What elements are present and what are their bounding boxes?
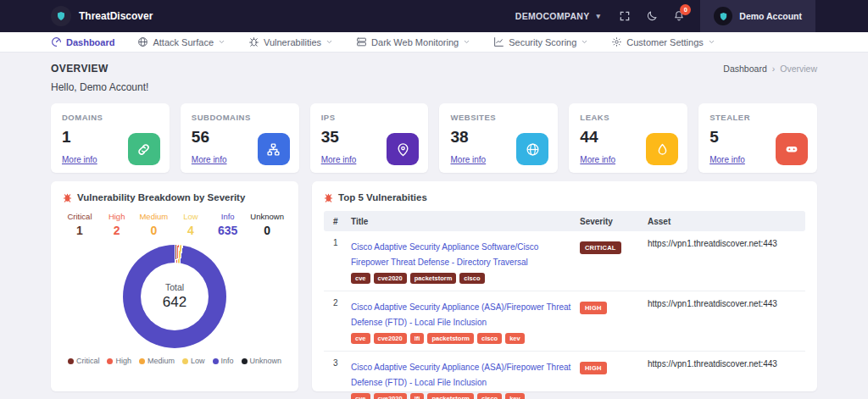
tag-badge: cisco: [459, 273, 484, 284]
severity-badge: HIGH: [580, 362, 607, 374]
severity-donut-chart[interactable]: Total 642: [123, 245, 226, 348]
account-name: Demo Account: [739, 11, 802, 21]
row-title-cell: Cisco Adaptive Security Appliance (ASA)/…: [351, 358, 580, 399]
tag-badge: cve: [351, 273, 370, 284]
stat-cards-row: DOMAINS 1 More info SUBDOMAINS 56 More i…: [51, 103, 817, 173]
nav-label: Vulnerabilities: [264, 37, 321, 47]
severity-stat-label: Medium: [139, 212, 168, 221]
tag-badge: cisco: [477, 333, 502, 344]
table-row: 1Cisco Adaptive Security Appliance Softw…: [324, 231, 805, 291]
tag-badge: lfi: [410, 393, 425, 399]
server-icon: [356, 36, 367, 47]
app-logo-icon: [51, 6, 71, 26]
donut-total-label: Total: [165, 282, 184, 292]
nav-item-security-scoring[interactable]: Security Scoring: [493, 36, 588, 47]
notifications-bell-icon[interactable]: 0: [673, 10, 685, 22]
legend-item-medium[interactable]: Medium: [139, 357, 175, 365]
chevron-down-icon: [218, 38, 225, 46]
legend-item-info[interactable]: Info: [213, 357, 234, 365]
severity-stat-value: 2: [103, 224, 131, 237]
row-number: 3: [324, 358, 351, 368]
more-info-link[interactable]: More info: [192, 155, 227, 164]
nav-label: Security Scoring: [509, 37, 576, 47]
severity-stat-value: 0: [139, 224, 168, 237]
row-number: 2: [324, 298, 351, 308]
tag-list: cvecve2020lfipacketstormciscokev: [351, 393, 571, 399]
tag-badge: kev: [505, 333, 525, 344]
donut-total-value: 642: [163, 294, 186, 311]
stat-card-label: IPS: [321, 113, 418, 122]
avatar: [714, 7, 732, 25]
table-header: # Title Severity Asset: [324, 211, 805, 231]
chevron-down-icon: [326, 38, 333, 46]
panel-title: Top 5 Vulnerabities: [338, 192, 427, 202]
column-header-num: #: [324, 217, 351, 226]
row-severity-cell: HIGH: [580, 358, 648, 374]
topbar-actions: DEMOCOMPANY ▾ 0 Demo Account: [515, 0, 815, 32]
vulnerability-title-link[interactable]: Cisco Adaptive Security Appliance (ASA)/…: [351, 363, 570, 387]
vulnerability-title-link[interactable]: Cisco Adaptive Security Appliance Softwa…: [351, 242, 538, 267]
legend-label: Info: [221, 357, 234, 365]
row-number: 1: [324, 238, 351, 247]
severity-stat-label: High: [103, 212, 131, 221]
nav-label: Attack Surface: [153, 37, 214, 47]
brand-area[interactable]: ThreatDiscover: [51, 6, 153, 26]
donut-center: Total 642: [141, 263, 209, 330]
breadcrumb-dashboard[interactable]: Dashboard: [723, 64, 766, 74]
tag-badge: cve2020: [374, 333, 407, 344]
row-asset: https://vpn1.threatdiscover.net:443: [648, 238, 805, 248]
nav-item-dark-web-monitoring[interactable]: Dark Web Monitoring: [356, 36, 470, 47]
severity-stat-value: 0: [250, 224, 284, 237]
droplet-icon: [646, 133, 678, 165]
stat-card-stealer: STEALER 5 More info: [698, 103, 817, 173]
severity-stat-value: 4: [176, 224, 205, 237]
tag-badge: cisco: [477, 393, 502, 399]
more-info-link[interactable]: More info: [450, 155, 486, 164]
more-info-link[interactable]: More info: [62, 155, 97, 164]
vulnerability-title-link[interactable]: Cisco Adaptive Security Appliance (ASA)/…: [351, 302, 570, 327]
notification-badge: 0: [680, 4, 691, 15]
account-menu[interactable]: Demo Account: [700, 0, 815, 32]
severity-stat-label: Low: [176, 212, 205, 221]
fullscreen-icon[interactable]: [619, 10, 631, 22]
link-icon: [128, 133, 160, 165]
nav-item-vulnerabilities[interactable]: Vulnerabilities: [248, 36, 333, 47]
more-info-link[interactable]: More info: [709, 155, 745, 164]
legend-item-low[interactable]: Low: [182, 357, 205, 365]
severity-badge: CRITICAL: [580, 241, 621, 254]
chart-line-icon: [493, 36, 504, 47]
globe-icon: [137, 36, 148, 47]
nav-item-dashboard[interactable]: Dashboard: [51, 36, 114, 47]
legend-dot-icon: [213, 358, 219, 364]
legend-item-unknown[interactable]: Unknown: [242, 357, 282, 365]
stat-card-label: SUBDOMAINS: [192, 113, 288, 122]
nav-item-attack-surface[interactable]: Attack Surface: [137, 36, 225, 47]
breadcrumb: Dashboard › Overview: [723, 64, 817, 74]
tag-list: cvecve2020packetstormcisco: [351, 273, 571, 284]
stat-card-label: WEBSITES: [450, 113, 547, 122]
stat-card-domains: DOMAINS 1 More info: [51, 103, 170, 173]
bug-icon: [324, 193, 333, 202]
globe-icon: [516, 133, 548, 165]
nav-item-customer-settings[interactable]: Customer Settings: [611, 36, 715, 47]
dark-mode-moon-icon[interactable]: [646, 10, 658, 22]
more-info-link[interactable]: More info: [580, 155, 615, 164]
stat-card-leaks: LEAKS 44 More info: [569, 103, 687, 173]
tag-badge: kev: [505, 393, 525, 399]
legend-item-high[interactable]: High: [107, 357, 131, 365]
row-title-cell: Cisco Adaptive Security Appliance (ASA)/…: [351, 298, 580, 344]
company-selector[interactable]: DEMOCOMPANY ▾: [515, 11, 601, 21]
column-header-severity: Severity: [580, 217, 648, 226]
bug-icon: [248, 36, 259, 47]
severity-stat-label: Unknown: [250, 212, 284, 221]
stat-card-label: DOMAINS: [62, 113, 159, 122]
column-header-title: Title: [351, 217, 580, 226]
legend-item-critical[interactable]: Critical: [68, 357, 100, 365]
tag-badge: cve2020: [374, 393, 407, 399]
bug-icon: [63, 193, 72, 202]
more-info-link[interactable]: More info: [321, 155, 357, 164]
chevron-down-icon: [463, 38, 470, 46]
stat-card-ips: IPS 35 More info: [310, 103, 429, 173]
legend-dot-icon: [242, 358, 248, 364]
legend-label: High: [115, 357, 131, 365]
